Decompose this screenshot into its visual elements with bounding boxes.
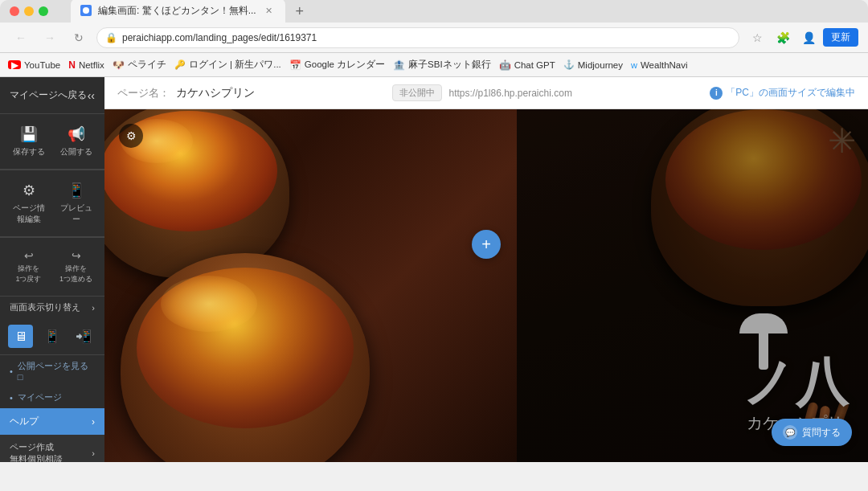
bookmark-netflix-label: Netflix (79, 60, 104, 70)
youtube-icon: ▶ (8, 60, 21, 69)
bookmark-login-label: ログイン | 新生パワ... (189, 59, 281, 71)
page-name-area: ページ名： カケハシプリン (117, 86, 255, 100)
bookmark-bank[interactable]: 🏦 麻子SBIネット銀行 (393, 59, 491, 71)
bookmark-wealthnavi[interactable]: w WealthNavi (631, 60, 688, 70)
bank-icon: 🏦 (393, 59, 405, 71)
tab-bar: 編集画面: 驚くほどカンタン！無料... ✕ + (64, 0, 868, 23)
undo-button[interactable]: ↩ 操作を1つ戻す (6, 244, 51, 289)
hero-right-section: ✳ ノ八 カケハシプリ (517, 109, 868, 462)
nav-bar: ← → ↻ 🔒 peraichiapp.com/landing_pages/ed… (0, 23, 868, 53)
close-button[interactable] (10, 6, 19, 16)
chat-button[interactable]: 💬 質問する (772, 419, 852, 446)
mobile-device-button[interactable]: 📲 (72, 325, 96, 348)
login-icon: 🔑 (174, 59, 186, 70)
address-bar[interactable]: 🔒 peraichiapp.com/landing_pages/edit/161… (96, 27, 739, 48)
my-page-icon: • (10, 393, 13, 403)
bookmark-midjourney[interactable]: ⚓ Midjourney (563, 59, 623, 70)
section-settings-button[interactable]: ⚙ (119, 124, 143, 148)
consult-button[interactable]: ページ作成無料個別相談 › (0, 435, 104, 462)
bookmark-netflix[interactable]: N Netflix (68, 59, 104, 71)
help-chevron-icon: › (92, 416, 95, 428)
undo-icon: ↩ (24, 249, 34, 262)
tab-close-icon[interactable]: ✕ (263, 4, 276, 17)
svg-point-0 (83, 7, 89, 14)
publish-action[interactable]: 📢 公開する (54, 121, 98, 162)
sidebar: マイページへ戻る ‹‹ 💾 保存する 📢 公開する ⚙ ページ情報編集 📱 プレ… (0, 77, 104, 462)
bookmark-peraichi-label: ペライチ (128, 59, 166, 71)
edit-mode-badge: i 「PC」の画面サイズで編集中 (710, 86, 855, 100)
refresh-button[interactable]: ↻ (68, 27, 90, 49)
profile-icon[interactable]: 👤 (797, 27, 820, 49)
back-chevron-icon: ‹‹ (88, 89, 95, 102)
desktop-device-button[interactable]: 🖥 (8, 325, 33, 348)
redo-icon: ↪ (72, 249, 81, 262)
consult-chevron-icon: › (92, 448, 95, 458)
gear-icon: ⚙ (126, 129, 137, 142)
new-tab-button[interactable]: + (289, 0, 311, 23)
screen-toggle[interactable]: 画面表示切り替え › (0, 297, 104, 318)
publish-icon: 📢 (68, 125, 85, 143)
page-info-icon: ⚙ (23, 182, 35, 199)
extensions-icon[interactable]: 🧩 (772, 27, 794, 49)
public-page-link[interactable]: • 公開ページを見る □ (0, 355, 104, 387)
undo-redo-area: ↩ 操作を1つ戻す ↪ 操作を1つ進める (0, 237, 104, 297)
status-badge[interactable]: 非公開中 (392, 84, 442, 101)
browser-chrome: 編集画面: 驚くほどカンタン！無料... ✕ + (0, 0, 868, 23)
sidebar-top: マイページへ戻る ‹‹ (0, 77, 104, 114)
bookmark-icon[interactable]: ☆ (746, 27, 768, 49)
save-icon: 💾 (20, 125, 38, 143)
address-text: peraichiapp.com/landing_pages/edit/16193… (122, 32, 731, 43)
editor-header: ページ名： カケハシプリン 非公開中 https://p1l86.hp.pera… (104, 77, 868, 109)
bookmark-peraichi[interactable]: 🐶 ペライチ (113, 59, 166, 71)
preview-action[interactable]: 📱 プレビュー (54, 177, 98, 230)
device-icons: 🖥 📱 📲 (0, 318, 104, 355)
add-block-button[interactable]: + (472, 230, 501, 259)
title-bar: 編集画面: 驚くほどカンタン！無料... ✕ + (0, 0, 868, 23)
add-block-icon: + (481, 235, 491, 254)
page-status-area: 非公開中 https://p1l86.hp.peraichi.com (392, 84, 571, 101)
chat-icon: 💬 (783, 425, 797, 440)
my-page-link[interactable]: • マイページ (0, 387, 104, 408)
tablet-device-button[interactable]: 📱 (39, 325, 64, 348)
bookmark-gcal-label: Google カレンダー (305, 59, 385, 71)
public-page-icon: • (10, 366, 13, 376)
active-tab[interactable]: 編集画面: 驚くほどカンタン！無料... ✕ (71, 0, 285, 23)
back-to-mypage-button[interactable]: マイページへ戻る ‹‹ (0, 84, 104, 107)
save-label: 保存する (13, 146, 45, 158)
page-info-label: ページ情報編集 (10, 203, 47, 225)
bookmark-login[interactable]: 🔑 ログイン | 新生パワ... (174, 59, 281, 71)
save-action[interactable]: 💾 保存する (6, 121, 51, 162)
screen-toggle-icon: › (92, 303, 95, 313)
bookmark-midjourney-label: Midjourney (578, 60, 623, 70)
bookmark-youtube[interactable]: ▶ YouTube (8, 60, 60, 70)
logo-text: ノ八 (742, 357, 848, 409)
help-button[interactable]: ヘルプ › (0, 408, 104, 435)
page-info-action[interactable]: ⚙ ページ情報編集 (6, 177, 51, 230)
edit-mode-text: 「PC」の画面サイズで編集中 (726, 86, 855, 100)
editor-area: ページ名： カケハシプリン 非公開中 https://p1l86.hp.pera… (104, 77, 868, 462)
back-button-label: マイページへ戻る (10, 88, 87, 102)
main-area: マイページへ戻る ‹‹ 💾 保存する 📢 公開する ⚙ ページ情報編集 📱 プレ… (0, 77, 868, 462)
sidebar-secondary-actions: ⚙ ページ情報編集 📱 プレビュー (0, 170, 104, 237)
redo-button[interactable]: ↪ 操作を1つ進める (54, 244, 98, 289)
bookmark-wealthnavi-label: WealthNavi (641, 60, 688, 70)
help-label: ヘルプ (10, 415, 39, 428)
page-url: https://p1l86.hp.peraichi.com (448, 88, 571, 99)
bookmark-chatgpt[interactable]: 🤖 Chat GPT (499, 59, 555, 71)
forward-nav-button[interactable]: → (39, 27, 61, 49)
bookmark-bank-label: 麻子SBIネット銀行 (408, 59, 491, 71)
public-page-label: 公開ページを見る □ (18, 360, 95, 382)
bookmark-chatgpt-label: Chat GPT (514, 60, 555, 70)
chat-button-label: 質問する (802, 426, 841, 440)
maximize-button[interactable] (39, 6, 48, 16)
my-page-label: マイページ (18, 391, 62, 403)
back-nav-button[interactable]: ← (10, 27, 32, 49)
update-button[interactable]: 更新 (823, 28, 858, 47)
info-icon: i (710, 87, 723, 100)
bookmark-gcal[interactable]: 📅 Google カレンダー (289, 59, 385, 71)
minimize-button[interactable] (24, 6, 34, 16)
redo-label: 操作を1つ進める (59, 264, 92, 284)
page-name-value: カケハシプリン (176, 86, 255, 100)
midjourney-icon: ⚓ (563, 59, 575, 70)
canvas-area: ✳ ノ八 カケハシプリ (104, 109, 868, 462)
